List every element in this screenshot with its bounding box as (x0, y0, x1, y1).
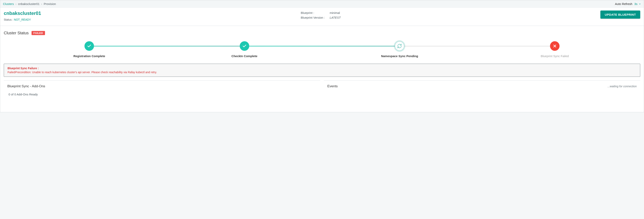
step-registration: Registration Complete (12, 41, 167, 58)
blueprint-version-label: Blueprint Version : (301, 15, 328, 20)
blueprint-version-value: LATEST (330, 15, 341, 20)
addons-summary: 0 of 0 Add-Ons Ready (8, 93, 38, 96)
breadcrumb-cluster: cnbakscluster01 (18, 2, 40, 6)
events-panel: Events ...waiting for connection (324, 80, 640, 112)
auto-refresh-value: 3s (634, 2, 638, 6)
breadcrumb-leaf: Provision (44, 2, 56, 6)
breadcrumb-root[interactable]: Clusters (3, 2, 14, 6)
addons-title: Blueprint Sync - Add-Ons (7, 84, 45, 88)
cluster-status-header: Cluster Status FAILED (4, 31, 640, 35)
sync-icon (395, 41, 404, 51)
cluster-status-title: Cluster Status (4, 31, 29, 35)
addons-panel: Blueprint Sync - Add-Ons 0 of 0 Add-Ons … (4, 80, 320, 112)
check-icon (84, 41, 94, 51)
progress-stepper: Registration Complete CheckIn Complete N… (4, 41, 640, 64)
header: cnbakscluster01 Status : NOT_READY Bluep… (0, 8, 644, 26)
blueprint-info: Blueprint : minimal Blueprint Version : … (301, 10, 341, 20)
error-message: FailedPrecondition: Unable to reach kube… (8, 70, 636, 74)
error-title: Blueprint Sync Failure : (8, 67, 636, 70)
status-line: Status : NOT_READY (4, 18, 41, 21)
events-waiting: ...waiting for connection (608, 85, 637, 88)
auto-refresh: Auto Refresh 3s (615, 2, 641, 6)
status-badge: FAILED (32, 31, 45, 35)
step-label: Registration Complete (73, 54, 105, 58)
blueprint-value: minimal (330, 10, 340, 15)
step-label: CheckIn Complete (232, 54, 257, 58)
breadcrumb-separator: › (41, 2, 42, 6)
breadcrumb: Clusters › cnbakscluster01 › Provision (3, 2, 56, 6)
check-icon (240, 41, 249, 51)
status-value: NOT_READY (14, 18, 31, 21)
blueprint-label: Blueprint : (301, 10, 328, 15)
step-label: Namespace Sync Pending (381, 54, 418, 58)
step-checkin: CheckIn Complete (167, 41, 322, 58)
step-blueprint-sync: Blueprint Sync Failed (477, 41, 632, 58)
chevron-down-icon (639, 3, 641, 5)
events-title: Events (327, 84, 338, 88)
error-message-box: Blueprint Sync Failure : FailedPrecondit… (4, 64, 640, 77)
breadcrumb-separator: › (16, 2, 16, 6)
update-blueprint-button[interactable]: UPDATE BLUEPRINT (600, 10, 640, 19)
auto-refresh-dropdown[interactable]: 3s (634, 2, 641, 6)
cluster-title: cnbakscluster01 (4, 10, 41, 16)
step-namespace-sync: Namespace Sync Pending (322, 41, 477, 58)
close-icon (550, 41, 560, 51)
topbar: Clusters › cnbakscluster01 › Provision A… (0, 0, 644, 8)
auto-refresh-label: Auto Refresh (615, 2, 632, 6)
status-label: Status : (4, 18, 13, 21)
step-label: Blueprint Sync Failed (541, 54, 569, 58)
